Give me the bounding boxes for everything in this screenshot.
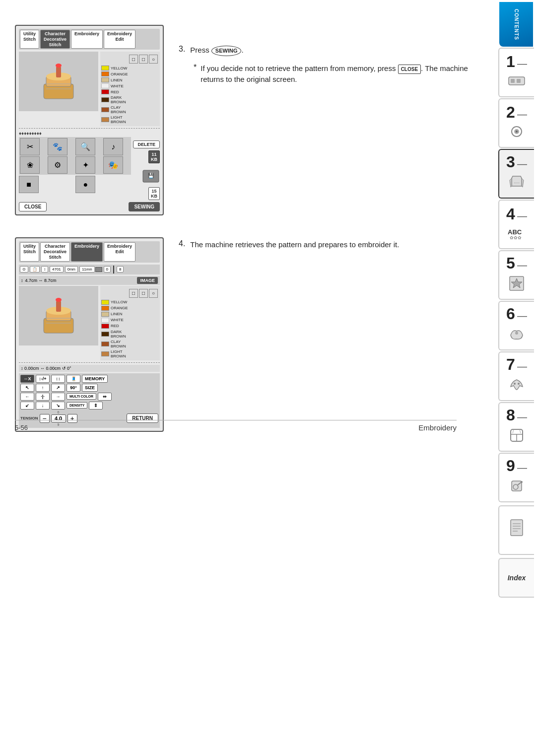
thread2-white: WHITE — [101, 318, 159, 323]
color-icon-1[interactable]: □ — [129, 55, 138, 64]
crop-btn[interactable]: ↕↕ — [51, 375, 65, 383]
left-btn[interactable]: ← — [20, 393, 34, 401]
diag-btn[interactable]: ↗ — [51, 384, 65, 392]
toolbar-clipboard[interactable]: 📋 — [30, 266, 40, 273]
toolbar-11mm: 11mm — [79, 266, 95, 273]
memory-cell-star[interactable]: ✦ — [75, 156, 95, 174]
corner-btn[interactable]: ↖ — [20, 384, 34, 392]
size-btn[interactable]: SIZE — [82, 384, 98, 392]
sewing-button-screen1[interactable]: SEWING — [129, 202, 160, 211]
toolbar-grid-top[interactable] — [95, 267, 102, 272]
position-display: ↕ 0.00cm ↔ 0.00cm ↺ 0° — [21, 366, 71, 371]
stitch-symbols-row: ♦♦♦♦♦♦♦♦♦ — [19, 131, 131, 136]
sidebar-tab-8[interactable]: 8 — — [498, 402, 534, 452]
edit-row-3: ← ·|· → MULTI COLOR ⇔ — [20, 393, 158, 401]
sidebar-tab-7[interactable]: 7 — — [498, 351, 534, 401]
delete-button[interactable]: DELETE — [133, 140, 160, 148]
nav-embroidery-edit[interactable]: Embroidery Edit — [104, 30, 135, 49]
measurement-display: 4.7cm ↔ 8.7cm — [25, 278, 57, 283]
stitch-btn[interactable]: 🧵 — [67, 375, 80, 383]
sidebar-tab-3[interactable]: 3 — ...... — [498, 149, 534, 199]
close-button-screen1[interactable]: CLOSE — [19, 202, 47, 211]
bottom-right-btn[interactable]: ↘ — [51, 402, 65, 410]
bottom-left-btn[interactable]: ↙ — [20, 402, 34, 410]
svg-point-36 — [56, 298, 62, 302]
sidebar-tab-5[interactable]: 5 — — [498, 250, 534, 300]
pattern-preview-1 — [19, 52, 98, 111]
nav2-utility-stitch[interactable]: Utility Stitch — [20, 242, 39, 261]
color-icon-2[interactable]: □ — [139, 55, 148, 64]
sidebar-tab-6[interactable]: 6 — — [498, 301, 534, 350]
tab6-dash: — — [517, 310, 527, 322]
contents-tab[interactable]: CONTENTS — [499, 2, 533, 47]
memory-cell-scissors[interactable]: ✂ — [20, 138, 40, 155]
swatch2-linen — [101, 312, 109, 317]
memory-cell-music[interactable]: ♪ — [103, 138, 123, 155]
toolbar-4701: 4701 — [50, 266, 64, 273]
memory-cell-square[interactable]: ■ — [19, 176, 39, 193]
tab9-icon — [508, 477, 526, 498]
sidebar-tab-9[interactable]: 9 — — [498, 453, 534, 502]
instructions-column: 3. Press SEWING. * If you decide not to … — [174, 25, 481, 432]
color-icon-2-3[interactable]: ○ — [149, 289, 158, 298]
edit-row-1: ↔X ↕-/+ ↕↕ 🧵 MEMORY — [20, 375, 158, 383]
rotate-btn[interactable]: 90° — [67, 384, 80, 392]
color-icon-3[interactable]: ○ — [149, 55, 158, 64]
pattern-preview-2 — [19, 286, 98, 345]
center-btn[interactable]: ·|· — [36, 393, 50, 401]
multi-color-btn[interactable]: MULTI COLOR — [67, 393, 96, 400]
sidebar-tab-2[interactable]: 2 — — [498, 98, 534, 148]
mirror-btn[interactable]: ↔X — [20, 375, 34, 383]
memory-cell-drama[interactable]: 🎭 — [103, 156, 123, 174]
nav-embroidery[interactable]: Embroidery — [71, 30, 103, 49]
screen-upper-area-1: □ □ ○ YELLOW ORANGE — [19, 52, 160, 126]
step3-note: * If you decide not to retrieve the patt… — [184, 63, 481, 85]
up-btn[interactable]: ↑ — [36, 384, 50, 392]
thread2-light-brown: LIGHTBROWN — [101, 349, 159, 358]
memory-btn[interactable]: MEMORY — [82, 375, 108, 383]
nav2-embroidery-edit[interactable]: Embroidery Edit — [104, 242, 135, 261]
tab9-dash: — — [517, 462, 527, 474]
down-btn[interactable]: ↓ — [36, 402, 50, 410]
tab9-number: 9 — [506, 457, 515, 475]
memory-cell-flower[interactable]: ❀ — [20, 156, 40, 174]
index-tab[interactable]: Index — [498, 558, 534, 598]
align-btn[interactable]: ⇕ — [89, 402, 103, 410]
memory-cell-magnify[interactable]: 🔍 — [75, 138, 95, 155]
toolbar-11mm-group: 11mm — [79, 266, 102, 273]
tab5-number: 5 — [506, 254, 515, 273]
swatch-clay-brown — [101, 107, 109, 112]
toolbar-hoop[interactable]: ⊙ — [20, 266, 28, 273]
thread-orange-label: ORANGE — [111, 72, 128, 76]
sidebar-tab-4[interactable]: 4 — ABC ✿✿✿ — [498, 200, 534, 249]
tension-min: 0 — [58, 411, 60, 414]
memory-cell-paw[interactable]: 🐾 — [48, 138, 67, 155]
edit-row-2: ↖ ↑ ↗ 90° SIZE — [20, 384, 158, 392]
memory-cell-gear[interactable]: ⚙ — [48, 156, 67, 174]
thread-linen-label: LINEN — [111, 78, 123, 82]
tab1-icon — [508, 73, 526, 92]
image-button[interactable]: IMAGE — [137, 277, 158, 284]
thread-white-label: WHITE — [111, 84, 124, 88]
sidebar-tab-1[interactable]: 1 — — [498, 48, 534, 97]
thread-red: RED — [101, 89, 159, 94]
swatch-dark-brown — [101, 97, 109, 102]
minus-plus-btn[interactable]: ↕-/+ — [36, 375, 50, 383]
nav2-embroidery[interactable]: Embroidery — [71, 242, 103, 261]
right-btn[interactable]: → — [51, 393, 65, 401]
memory-cell-circle[interactable]: ● — [75, 176, 95, 193]
color-icon-2-1[interactable]: □ — [129, 289, 138, 298]
thread-clay-brown-label: CLAYBROWN — [111, 105, 126, 114]
nav2-character-stitch[interactable]: Character Decorative Stitch — [40, 242, 70, 261]
sidebar-tab-memo[interactable] — [498, 505, 534, 555]
kb-display-11: 11KB — [148, 150, 160, 163]
thread-linen: LINEN — [101, 77, 159, 82]
density-btn[interactable]: DENSITY — [67, 402, 87, 409]
toolbar-arrows[interactable]: ↕ — [41, 266, 48, 273]
nav-character-stitch[interactable]: Character Decorative Stitch — [40, 30, 70, 49]
resize-btn[interactable]: ⇔ — [98, 393, 112, 401]
color-icon-2-2[interactable]: □ — [139, 289, 148, 298]
step-3-row: 3. Press SEWING. — [179, 45, 481, 56]
nav-utility-stitch[interactable]: Utility Stitch — [20, 30, 39, 49]
tab2-dash: — — [517, 109, 527, 120]
